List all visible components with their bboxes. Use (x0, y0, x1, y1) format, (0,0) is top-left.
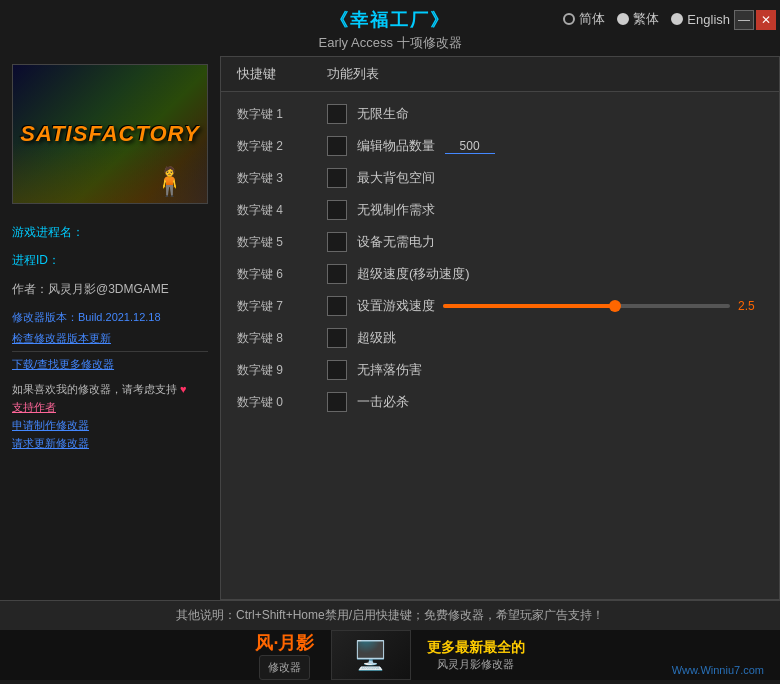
process-id-label: 进程ID： (12, 253, 60, 267)
checkbox-8[interactable] (327, 360, 347, 380)
checkbox-6[interactable] (327, 296, 347, 316)
speed-label: 设置游戏速度 (357, 297, 435, 315)
version-label: 修改器版本：Build.2021.12.18 (12, 311, 161, 323)
update-link[interactable]: 请求更新修改器 (12, 435, 208, 453)
ad-logo: 风·月影 修改器 (255, 631, 314, 680)
checkbox-9[interactable] (327, 392, 347, 412)
func-2: 最大背包空间 (357, 169, 763, 187)
main-content: SATISFACTORY 🧍 游戏进程名： 进程ID： 作者：风灵月影@3DMG… (0, 56, 780, 600)
author-label: 作者：风灵月影@3DMGAME (12, 282, 169, 296)
func-4: 设备无需电力 (357, 233, 763, 251)
column-headers: 快捷键 功能列表 (221, 57, 779, 92)
bottom-bar: 其他说明：Ctrl+Shift+Home禁用/启用快捷键；免费修改器，希望玩家广… (0, 600, 780, 680)
title-bar: 《幸福工厂》 Early Access 十项修改器 简体 繁体 English … (0, 0, 780, 56)
bottom-notice: 其他说明：Ctrl+Shift+Home禁用/启用快捷键；免费修改器，希望玩家广… (0, 600, 780, 630)
ad-brand: 风·月影 (255, 633, 314, 653)
right-panel: 快捷键 功能列表 数字键 1 无限生命 数字键 2 编辑物品数量 数字 (220, 56, 780, 600)
hotkey-9: 数字键 0 (237, 394, 327, 411)
support-text: 如果喜欢我的修改器，请考虑支持 (12, 383, 177, 395)
ad-logo-main: 风·月影 (255, 631, 314, 655)
checkbox-1[interactable] (327, 136, 347, 156)
slider-thumb[interactable] (609, 300, 621, 312)
radio-traditional (617, 13, 629, 25)
lang-simplified[interactable]: 简体 (563, 10, 605, 28)
game-logo-text: SATISFACTORY (20, 122, 199, 146)
table-row: 数字键 5 设备无需电力 (221, 226, 779, 258)
checkbox-3[interactable] (327, 200, 347, 220)
checkbox-4[interactable] (327, 232, 347, 252)
lang-traditional[interactable]: 繁体 (617, 10, 659, 28)
func-0: 无限生命 (357, 105, 763, 123)
sidebar-info: 游戏进程名： 进程ID： 作者：风灵月影@3DMGAME 修改器版本：Build… (12, 214, 208, 452)
hotkey-7: 数字键 8 (237, 330, 327, 347)
game-image: SATISFACTORY 🧍 (12, 64, 208, 204)
table-row: 数字键 1 无限生命 (221, 98, 779, 130)
speed-slider-container: 设置游戏速度 2.5 (357, 297, 763, 315)
col-header-func: 功能列表 (327, 65, 763, 83)
speed-value: 2.5 (738, 299, 763, 313)
table-row: 数字键 4 无视制作需求 (221, 194, 779, 226)
lang-traditional-label: 繁体 (633, 10, 659, 28)
checkbox-7[interactable] (327, 328, 347, 348)
ad-sub: 风灵月影修改器 (427, 657, 525, 672)
ad-image-icon: 🖥️ (353, 639, 388, 672)
download-link[interactable]: 下载/查找更多修改器 (12, 356, 208, 374)
table-row: 数字键 0 一击必杀 (221, 386, 779, 418)
table-row: 数字键 3 最大背包空间 (221, 162, 779, 194)
func-6: 设置游戏速度 2.5 (357, 297, 763, 315)
speed-slider[interactable] (443, 304, 730, 308)
game-name-label: 游戏进程名： (12, 225, 84, 239)
func-7: 超级跳 (357, 329, 763, 347)
checkbox-0[interactable] (327, 104, 347, 124)
ad-content: 风·月影 修改器 🖥️ 更多最新最全的 风灵月影修改器 (239, 630, 540, 680)
table-row: 数字键 9 无摔落伤害 (221, 354, 779, 386)
ad-logo-sub: 修改器 (268, 661, 301, 673)
hotkey-1: 数字键 2 (237, 138, 327, 155)
col-header-hotkey: 快捷键 (237, 65, 327, 83)
ad-main: 更多最新最全的 (427, 639, 525, 657)
close-button[interactable]: ✕ (756, 10, 776, 30)
hotkey-5: 数字键 6 (237, 266, 327, 283)
func-3: 无视制作需求 (357, 201, 763, 219)
hotkey-3: 数字键 4 (237, 202, 327, 219)
table-row: 数字键 8 超级跳 (221, 322, 779, 354)
radio-english (671, 13, 683, 25)
request-link[interactable]: 申请制作修改器 (12, 417, 208, 435)
ad-image: 🖥️ (331, 630, 411, 680)
check-update-link[interactable]: 检查修改器版本更新 (12, 330, 208, 348)
ad-box: 修改器 (259, 655, 310, 680)
lang-switcher: 简体 繁体 English (563, 10, 730, 28)
func-5: 超级速度(移动速度) (357, 265, 763, 283)
table-row: 数字键 6 超级速度(移动速度) (221, 258, 779, 290)
hotkey-0: 数字键 1 (237, 106, 327, 123)
window-controls: — ✕ (734, 10, 776, 30)
lang-simplified-label: 简体 (579, 10, 605, 28)
ad-text: 更多最新最全的 风灵月影修改器 (427, 639, 525, 672)
checkbox-2[interactable] (327, 168, 347, 188)
table-row: 数字键 2 编辑物品数量 (221, 130, 779, 162)
title-sub: Early Access 十项修改器 (0, 34, 780, 52)
func-1: 编辑物品数量 (357, 137, 763, 155)
item-count-input[interactable] (445, 139, 495, 154)
radio-simplified (563, 13, 575, 25)
checkbox-5[interactable] (327, 264, 347, 284)
trainer-rows: 数字键 1 无限生命 数字键 2 编辑物品数量 数字键 3 最大背包空间 (221, 92, 779, 599)
game-char-icon: 🧍 (152, 165, 187, 198)
hotkey-8: 数字键 9 (237, 362, 327, 379)
func-9: 一击必杀 (357, 393, 763, 411)
hotkey-4: 数字键 5 (237, 234, 327, 251)
table-row: 数字键 7 设置游戏速度 2.5 (221, 290, 779, 322)
sidebar: SATISFACTORY 🧍 游戏进程名： 进程ID： 作者：风灵月影@3DMG… (0, 56, 220, 600)
func-8: 无摔落伤害 (357, 361, 763, 379)
lang-english[interactable]: English (671, 12, 730, 27)
support-link[interactable]: 支持作者 (12, 399, 208, 417)
ad-watermark: Www.Winniu7.com (672, 664, 764, 676)
minimize-button[interactable]: — (734, 10, 754, 30)
lang-english-label: English (687, 12, 730, 27)
slider-fill (443, 304, 615, 308)
hotkey-2: 数字键 3 (237, 170, 327, 187)
hotkey-6: 数字键 7 (237, 298, 327, 315)
heart-icon: ♥ (180, 383, 187, 395)
bottom-ad: 风·月影 修改器 🖥️ 更多最新最全的 风灵月影修改器 Www.Winniu7.… (0, 630, 780, 680)
